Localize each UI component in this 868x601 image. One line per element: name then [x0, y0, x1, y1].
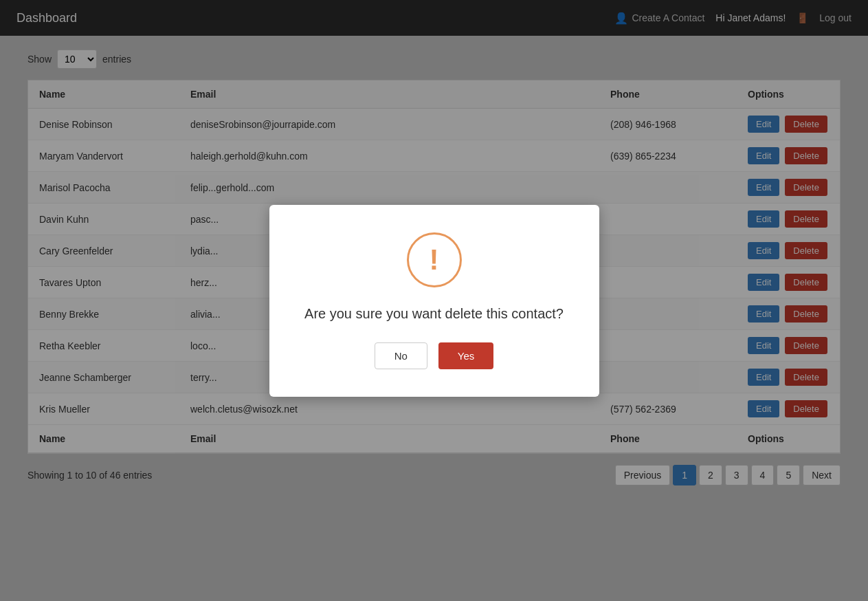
confirm-delete-modal: ! Are you sure you want delete this cont…	[269, 205, 599, 397]
modal-actions: No Yes	[304, 342, 565, 369]
no-button[interactable]: No	[375, 342, 427, 369]
warning-icon: !	[407, 232, 462, 287]
modal-overlay: ! Are you sure you want delete this cont…	[0, 0, 868, 601]
yes-button[interactable]: Yes	[438, 342, 493, 369]
modal-message: Are you sure you want delete this contac…	[304, 304, 565, 323]
